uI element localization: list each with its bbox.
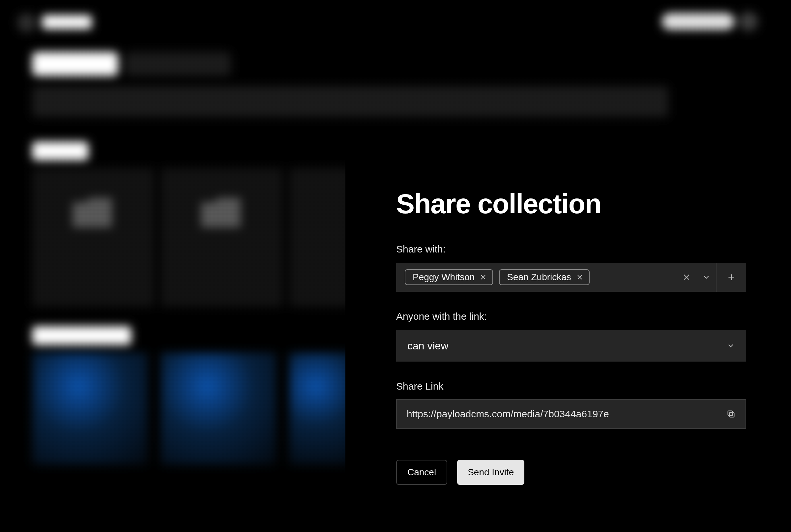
close-icon [682,273,691,282]
share-link-field[interactable]: https://payloadcms.com/media/7b0344a6197… [396,399,746,429]
svg-rect-1 [728,411,733,416]
share-link-label: Share Link [396,381,791,392]
remove-chip-icon[interactable] [576,274,583,281]
clear-chips-button[interactable] [676,263,697,292]
share-chip[interactable]: Peggy Whitson [405,269,493,285]
share-with-label: Share with: [396,244,791,255]
add-person-button[interactable] [716,263,746,292]
modal-actions: Cancel Send Invite [396,460,791,485]
share-link-value: https://payloadcms.com/media/7b0344a6197… [407,408,609,420]
cancel-button[interactable]: Cancel [396,460,447,485]
svg-rect-0 [729,412,734,417]
modal-title: Share collection [396,188,791,220]
chevron-down-icon [727,341,735,350]
share-with-dropdown[interactable] [697,263,716,292]
chevron-down-icon [702,273,711,282]
copy-icon[interactable] [727,410,736,419]
link-permission-select[interactable]: can view [396,330,746,362]
share-chip-name: Sean Zubrickas [507,272,571,283]
link-permission-label: Anyone with the link: [396,311,791,322]
share-chip[interactable]: Sean Zubrickas [499,269,590,285]
share-collection-modal: Share collection Share with: Peggy Whits… [345,145,791,532]
link-permission-value: can view [407,340,448,352]
share-chip-name: Peggy Whitson [413,272,475,283]
share-with-input[interactable]: Peggy Whitson Sean Zubrickas [396,263,746,292]
send-invite-button[interactable]: Send Invite [457,460,524,485]
remove-chip-icon[interactable] [480,274,486,281]
plus-icon [727,273,736,282]
